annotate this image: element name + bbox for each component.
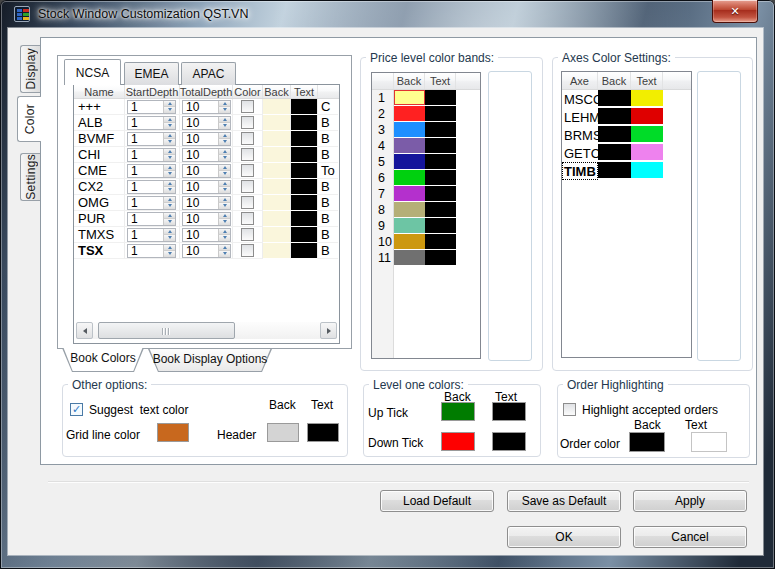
row-back-color-cell[interactable] [263,131,291,147]
depth-spinner[interactable]: 1 [127,212,176,226]
spin-down-button[interactable] [218,187,230,193]
axe-name-cell[interactable]: BRMS [562,126,598,144]
price-band-row[interactable]: 8 [372,202,480,218]
column-header-text[interactable]: Text [291,85,318,98]
row-color-checkbox[interactable] [241,148,254,161]
row-text-color-cell[interactable] [291,163,318,179]
row-color-checkbox[interactable] [241,100,254,113]
axe-back-cell[interactable] [598,90,631,108]
band-back-cell[interactable] [394,106,425,122]
row-text-color-cell[interactable] [291,243,318,259]
book-table-row[interactable]: BVMF110B [74,131,339,147]
scroll-right-button[interactable] [320,322,337,339]
band-back-cell[interactable] [394,154,425,170]
column-header-totaldepth[interactable]: TotalDepth [180,85,233,98]
tab-color[interactable]: Color [17,96,41,142]
tab-apac[interactable]: APAC [181,62,236,85]
row-back-color-cell[interactable] [263,147,291,163]
depth-spinner[interactable]: 1 [127,180,176,194]
spin-down-button[interactable] [163,187,175,193]
band-back-cell[interactable] [394,90,425,106]
depth-spinner[interactable]: 10 [182,180,231,194]
price-band-row[interactable]: 4 [372,138,480,154]
axes-row[interactable]: BRMS [562,126,691,144]
header-back-swatch[interactable] [267,423,299,442]
spin-down-button[interactable] [163,219,175,225]
depth-spinner[interactable]: 1 [127,164,176,178]
band-back-cell[interactable] [394,170,425,186]
apply-button[interactable]: Apply [633,490,747,512]
spin-down-button[interactable] [163,171,175,177]
highlight-accepted-orders-checkbox[interactable] [563,403,576,416]
book-table-row[interactable]: OMG110B [74,195,339,211]
band-text-cell[interactable] [425,186,456,202]
spin-down-button[interactable] [218,235,230,241]
up-tick-text-swatch[interactable] [492,402,526,421]
price-band-row[interactable]: 7 [372,186,480,202]
column-header-back[interactable]: Back [263,85,291,98]
cancel-button[interactable]: Cancel [633,526,747,548]
band-back-cell[interactable] [394,250,425,266]
depth-spinner[interactable]: 1 [127,196,176,210]
row-back-color-cell[interactable] [263,163,291,179]
down-tick-back-swatch[interactable] [441,432,475,451]
spin-down-button[interactable] [163,155,175,161]
axes-row[interactable]: GETC [562,144,691,162]
axe-text-cell[interactable] [631,144,663,162]
band-text-cell[interactable] [425,138,456,154]
spin-down-button[interactable] [218,139,230,145]
spin-down-button[interactable] [163,123,175,129]
row-text-color-cell[interactable] [291,147,318,163]
book-table-row[interactable]: ALB110B [74,115,339,131]
tab-display[interactable]: Display [20,45,40,93]
depth-spinner[interactable]: 1 [127,228,176,242]
depth-spinner[interactable]: 10 [182,212,231,226]
axe-text-cell[interactable] [631,126,663,144]
axes-row[interactable]: TIMB [562,162,691,180]
spin-down-button[interactable] [218,171,230,177]
spin-down-button[interactable] [218,155,230,161]
row-color-checkbox[interactable] [241,180,254,193]
band-text-cell[interactable] [425,90,456,106]
depth-spinner[interactable]: 10 [182,148,231,162]
depth-spinner[interactable]: 10 [182,164,231,178]
axe-text-cell[interactable] [631,90,663,108]
band-back-cell[interactable] [394,138,425,154]
depth-spinner[interactable]: 1 [127,100,176,114]
band-text-cell[interactable] [425,106,456,122]
axe-name-cell[interactable]: MSCO [562,90,598,108]
band-text-cell[interactable] [425,250,456,266]
row-text-color-cell[interactable] [291,179,318,195]
axe-back-cell[interactable] [598,162,631,180]
depth-spinner[interactable]: 10 [182,244,231,258]
axes-row[interactable]: LEHM [562,108,691,126]
band-text-cell[interactable] [425,154,456,170]
band-text-cell[interactable] [425,202,456,218]
depth-spinner[interactable]: 1 [127,244,176,258]
depth-spinner[interactable]: 10 [182,100,231,114]
grid-line-color-swatch[interactable] [157,423,189,442]
axe-back-cell[interactable] [598,108,631,126]
load-default-button[interactable]: Load Default [380,490,494,512]
spin-down-button[interactable] [218,107,230,113]
save-as-default-button[interactable]: Save as Default [507,490,621,512]
band-text-cell[interactable] [425,122,456,138]
depth-spinner[interactable]: 1 [127,132,176,146]
scroll-left-button[interactable] [76,322,93,339]
band-back-cell[interactable] [394,234,425,250]
spin-down-button[interactable] [163,203,175,209]
row-text-color-cell[interactable] [291,227,318,243]
price-band-row[interactable]: 3 [372,122,480,138]
axe-back-cell[interactable] [598,126,631,144]
axe-text-cell[interactable] [631,108,663,126]
row-back-color-cell[interactable] [263,99,291,115]
row-color-checkbox[interactable] [241,244,254,257]
book-table-row[interactable]: +++110C [74,99,339,115]
spin-down-button[interactable] [218,203,230,209]
axe-name-cell[interactable]: TIMB [562,162,598,180]
axe-text-cell[interactable] [631,162,663,180]
price-band-row[interactable]: 6 [372,170,480,186]
row-back-color-cell[interactable] [263,195,291,211]
spin-down-button[interactable] [163,251,175,257]
band-back-cell[interactable] [394,202,425,218]
